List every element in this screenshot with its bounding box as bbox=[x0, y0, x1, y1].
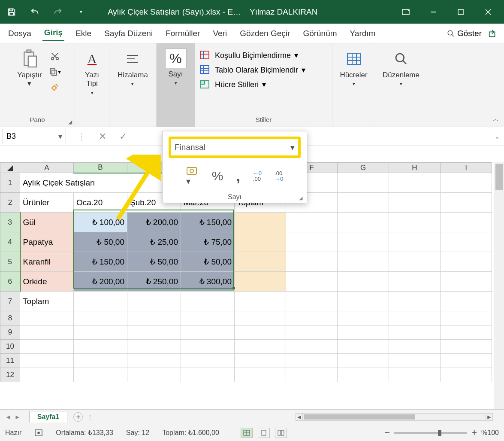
zoom-out-icon[interactable]: − bbox=[384, 427, 390, 438]
cell[interactable]: ₺ 200,00 bbox=[74, 272, 127, 292]
cell[interactable] bbox=[338, 292, 389, 311]
cell[interactable] bbox=[74, 311, 127, 325]
row-header[interactable]: 1 bbox=[0, 173, 20, 193]
cell[interactable]: ₺ 200,00 bbox=[127, 213, 181, 232]
tab-split-handle-icon[interactable]: ⋮ bbox=[83, 414, 97, 420]
cell[interactable] bbox=[286, 325, 338, 340]
cell[interactable] bbox=[441, 340, 492, 354]
cell[interactable]: Orkide bbox=[20, 272, 74, 292]
tell-me-search[interactable]: Göster bbox=[447, 29, 482, 38]
cell[interactable] bbox=[338, 213, 389, 232]
name-box-dropdown-icon[interactable]: ▾ bbox=[58, 132, 62, 141]
cell[interactable] bbox=[338, 340, 389, 354]
cell[interactable] bbox=[441, 232, 492, 252]
cell[interactable] bbox=[235, 272, 286, 292]
close-icon[interactable] bbox=[483, 7, 493, 17]
cell[interactable] bbox=[338, 252, 389, 272]
cell[interactable] bbox=[286, 292, 338, 311]
cell[interactable] bbox=[286, 311, 338, 325]
cell[interactable] bbox=[389, 193, 441, 213]
tab-insert[interactable]: Ekle bbox=[74, 26, 93, 41]
cell[interactable] bbox=[441, 252, 492, 272]
cell[interactable] bbox=[235, 354, 286, 368]
cell[interactable]: ₺ 50,00 bbox=[74, 232, 127, 252]
cell[interactable] bbox=[235, 232, 286, 252]
tab-formulas[interactable]: Formüller bbox=[164, 26, 202, 41]
row-header[interactable]: 6 bbox=[0, 272, 20, 292]
select-all-cell[interactable]: ◢ bbox=[0, 163, 20, 173]
cell[interactable] bbox=[235, 311, 286, 325]
row-header[interactable]: 11 bbox=[0, 354, 20, 368]
cell[interactable] bbox=[181, 311, 235, 325]
sheet-nav-last-icon[interactable]: ► bbox=[15, 414, 21, 420]
cell[interactable] bbox=[286, 272, 338, 292]
vertical-scrollbar[interactable] bbox=[494, 162, 504, 415]
hscroll-right-icon[interactable]: ► bbox=[486, 414, 492, 420]
cell[interactable] bbox=[235, 213, 286, 232]
col-header[interactable]: H bbox=[389, 163, 441, 173]
cell[interactable] bbox=[389, 368, 441, 382]
row-header[interactable]: 3 bbox=[0, 213, 20, 232]
collapse-ribbon-icon[interactable]: ︿ bbox=[493, 116, 499, 123]
cell[interactable] bbox=[235, 368, 286, 382]
cell[interactable] bbox=[441, 311, 492, 325]
conditional-formatting-button[interactable]: Koşullu Biçimlendirme ▾ bbox=[199, 50, 305, 61]
cell[interactable] bbox=[389, 311, 441, 325]
format-as-table-button[interactable]: Tablo Olarak Biçimlendir ▾ bbox=[199, 65, 305, 75]
alignment-button[interactable]: Hizalama ▾ bbox=[114, 47, 151, 88]
tab-data[interactable]: Veri bbox=[211, 26, 229, 41]
number-format-dropdown-icon[interactable]: ▾ bbox=[290, 143, 295, 152]
zoom-level[interactable]: %100 bbox=[481, 429, 499, 437]
cell[interactable] bbox=[338, 325, 389, 340]
cell[interactable] bbox=[338, 354, 389, 368]
cell[interactable] bbox=[74, 325, 127, 340]
row-header[interactable]: 5 bbox=[0, 252, 20, 272]
cell[interactable] bbox=[389, 292, 441, 311]
cell[interactable] bbox=[389, 325, 441, 340]
decrease-decimal-icon[interactable]: .00→0 bbox=[275, 170, 283, 182]
cell[interactable] bbox=[235, 325, 286, 340]
cell[interactable] bbox=[338, 232, 389, 252]
cell[interactable]: ₺ 300,00 bbox=[181, 272, 235, 292]
cell[interactable] bbox=[235, 340, 286, 354]
cell[interactable] bbox=[127, 340, 181, 354]
cells-button[interactable]: Hücreler ▾ bbox=[336, 47, 371, 88]
cell[interactable] bbox=[389, 213, 441, 232]
share-icon[interactable] bbox=[488, 29, 498, 38]
view-page-break-icon[interactable] bbox=[275, 428, 287, 438]
cell[interactable] bbox=[235, 252, 286, 272]
cell[interactable] bbox=[441, 193, 492, 213]
cell[interactable]: Toplam bbox=[20, 292, 74, 311]
cell[interactable]: ₺ 75,00 bbox=[181, 232, 235, 252]
cell[interactable]: ₺ 50,00 bbox=[127, 252, 181, 272]
cut-icon[interactable] bbox=[49, 51, 61, 61]
font-button[interactable]: A Yazı Tipi ▾ bbox=[80, 47, 104, 97]
cell[interactable] bbox=[127, 311, 181, 325]
cell[interactable] bbox=[338, 173, 389, 193]
cell[interactable] bbox=[389, 354, 441, 368]
cell[interactable] bbox=[181, 325, 235, 340]
cell[interactable] bbox=[338, 193, 389, 213]
cell[interactable] bbox=[389, 252, 441, 272]
cell[interactable] bbox=[286, 252, 338, 272]
cell[interactable] bbox=[127, 292, 181, 311]
cancel-icon[interactable]: ✕ bbox=[99, 131, 106, 142]
cell[interactable] bbox=[127, 325, 181, 340]
cell[interactable]: ₺ 25,00 bbox=[127, 232, 181, 252]
horizontal-scrollbar[interactable]: ◄ ► bbox=[296, 413, 493, 421]
maximize-icon[interactable] bbox=[456, 7, 466, 17]
paste-button[interactable]: Yapıştır▾ bbox=[14, 47, 45, 90]
increase-decimal-icon[interactable]: ←0.00 bbox=[253, 170, 262, 182]
cell[interactable] bbox=[441, 325, 492, 340]
cell[interactable]: Karanfil bbox=[20, 252, 74, 272]
enter-icon[interactable]: ✓ bbox=[119, 131, 127, 142]
cell[interactable] bbox=[441, 292, 492, 311]
col-header[interactable]: A bbox=[20, 163, 74, 173]
tab-view[interactable]: Görünüm bbox=[301, 26, 338, 41]
cell[interactable] bbox=[338, 368, 389, 382]
accounting-format-icon[interactable]: ▾ bbox=[186, 166, 199, 186]
cell[interactable]: ₺ 250,00 bbox=[127, 272, 181, 292]
cell[interactable]: Oca.20 bbox=[74, 193, 127, 213]
zoom-in-icon[interactable]: + bbox=[471, 427, 477, 438]
cell[interactable] bbox=[441, 213, 492, 232]
